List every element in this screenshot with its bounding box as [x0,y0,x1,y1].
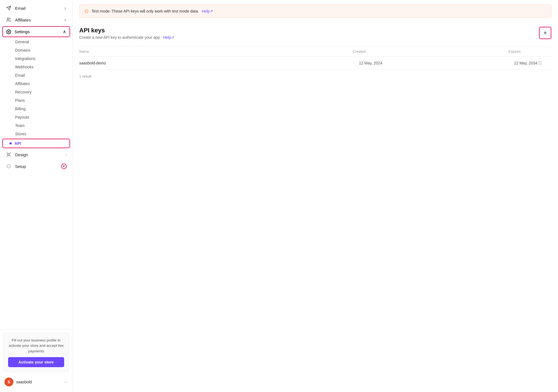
settings-icon [6,29,11,34]
banner-help-link[interactable]: Help↗ [202,9,213,13]
sidebar-nav: Email ∨ Affiliates ∨ [0,0,72,329]
svg-rect-2 [8,154,9,155]
page-title: API keys [79,27,174,34]
test-mode-banner: ⊙ Test mode: These API keys will only wo… [79,4,551,18]
user-menu-icon[interactable]: ··· [64,379,68,385]
sidebar-item-integrations[interactable]: Integrations [0,54,72,63]
sidebar-item-settings[interactable]: Settings ∧ [2,26,70,37]
row-name: saasbold-demo [79,57,223,70]
api-item-wrapper: API [2,139,70,148]
billing-label: Billing [15,107,25,111]
sidebar-email-label: Email [15,6,26,11]
svg-point-1 [8,31,9,32]
svg-point-0 [7,18,9,20]
settings-chevron-icon: ∧ [63,29,66,34]
main-content: ⊙ Test mode: These API keys will only wo… [73,0,558,392]
info-icon: ⊙ [85,8,89,14]
webhooks-label: Webhooks [15,65,33,69]
sidebar-item-billing[interactable]: Billing [0,105,72,113]
sidebar-item-design[interactable]: Design › [0,149,72,160]
email-sub-label: Email [15,73,25,78]
design-chevron-icon: › [66,153,67,157]
table-row: saasbold-demo 12 May, 2024 12 May, 2034 [79,57,551,70]
domains-label: Domains [15,48,30,52]
settings-sub-items: General Domains Integrations Webhooks Em… [0,38,72,138]
api-active-dot [9,142,12,145]
plans-label: Plans [15,98,25,103]
col-name: Name [79,47,223,57]
sidebar-item-domains[interactable]: Domains [0,46,72,54]
setup-badge: P [61,163,67,169]
sidebar-item-setup[interactable]: Setup P [0,160,72,172]
row-action [537,57,551,70]
stores-label: Stores [15,132,26,136]
sidebar-item-stores[interactable]: Stores [0,130,72,138]
recovery-label: Recovery [15,90,32,94]
api-keys-content: API keys Create a new API key to authent… [73,20,558,392]
page-header: API keys Create a new API key to authent… [79,27,551,40]
sidebar-item-affiliates-sub[interactable]: Affiliates [0,80,72,88]
sidebar-item-email-sub[interactable]: Email [0,71,72,80]
sidebar-affiliates-label: Affiliates [15,18,31,22]
sidebar-item-affiliates[interactable]: Affiliates ∨ [0,14,72,26]
setup-icon [6,163,12,169]
activate-card-text: Fill out your business profile to activa… [8,338,64,354]
banner-text: Test mode: These API keys will only work… [92,9,199,13]
user-row[interactable]: S saasbold ··· [3,375,69,389]
add-api-key-button[interactable]: + [539,27,551,39]
col-expires: Expires [382,47,537,57]
result-count: 1 result [79,74,551,78]
sidebar-item-api[interactable]: API [3,139,69,148]
sidebar-item-webhooks[interactable]: Webhooks [0,63,72,71]
payouts-label: Payouts [15,115,29,119]
email-chevron-icon: ∨ [64,6,67,10]
sidebar-item-recovery[interactable]: Recovery [0,88,72,96]
design-label: Design [15,152,28,157]
affiliates-sub-label: Affiliates [15,81,30,86]
affiliates-icon [6,17,12,23]
api-keys-table: Name Created Expires saasbold-demo 12 Ma… [79,47,551,70]
design-icon [6,151,12,158]
activate-card: Fill out your business profile to activa… [3,333,69,372]
sidebar-item-email[interactable]: Email ∨ [0,2,72,14]
col-created: Created [223,47,382,57]
sidebar: Email ∨ Affiliates ∨ [0,0,73,392]
avatar: S [4,377,13,386]
affiliates-chevron-icon: ∨ [64,18,67,22]
api-label: API [15,141,21,146]
sidebar-item-general[interactable]: General [0,38,72,46]
row-created: 12 May, 2024 [223,57,382,70]
row-expires: 12 May, 2034 [382,57,537,70]
sidebar-item-team[interactable]: Team [0,121,72,130]
activate-store-button[interactable]: Activate your store [8,357,64,367]
setup-label: Setup [15,164,26,169]
page-subtitle: Create a new API key to authenticate you… [79,35,174,40]
user-name: saasbold [16,380,32,384]
sidebar-bottom: Fill out your business profile to activa… [0,329,72,392]
add-icon: + [543,29,547,37]
subtitle-help-link[interactable]: Help↗ [163,35,174,40]
integrations-label: Integrations [15,56,35,61]
email-icon [6,5,12,11]
sidebar-item-payouts[interactable]: Payouts [0,113,72,121]
sidebar-item-plans[interactable]: Plans [0,96,72,105]
table-header-row: Name Created Expires [79,47,551,57]
general-label: General [15,40,29,44]
sidebar-settings-label: Settings [15,29,30,34]
team-label: Team [15,123,25,128]
page-title-area: API keys Create a new API key to authent… [79,27,174,40]
delete-icon[interactable] [537,61,551,66]
